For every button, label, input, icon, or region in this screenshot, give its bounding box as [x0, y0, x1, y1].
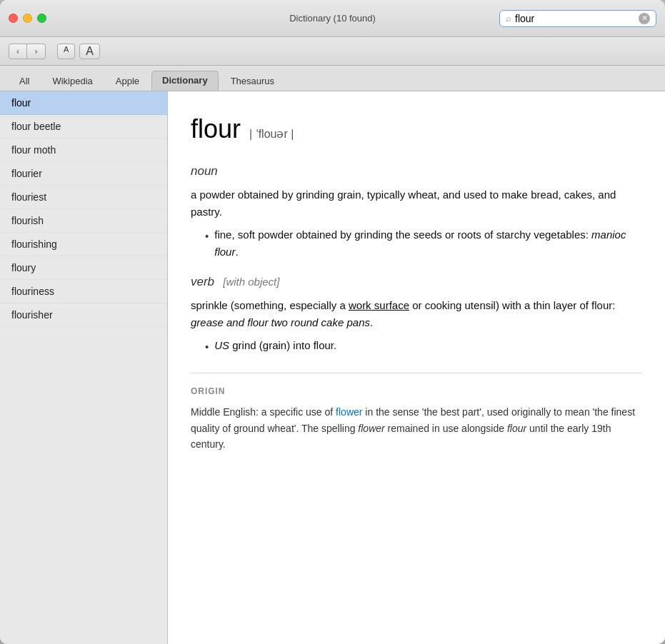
maximize-button[interactable] — [37, 14, 46, 23]
tab-apple[interactable]: Apple — [105, 71, 150, 91]
forward-button[interactable]: › — [27, 44, 46, 59]
search-box: ⌕ ✕ — [499, 10, 656, 27]
tab-all[interactable]: All — [9, 71, 40, 91]
close-button[interactable] — [9, 14, 18, 23]
noun-bullet-def-text: fine, soft powder obtained by grinding t… — [214, 228, 589, 241]
sidebar-item-flour-beetle[interactable]: flour beetle — [0, 115, 167, 139]
traffic-lights — [9, 14, 46, 23]
verb-def-link[interactable]: work surface — [349, 299, 409, 311]
main-content: flour flour beetle flour moth flourier f… — [0, 91, 665, 644]
minimize-button[interactable] — [23, 14, 32, 23]
sidebar-item-flour[interactable]: flour — [0, 91, 167, 115]
noun-pos-section: noun — [191, 161, 642, 181]
font-increase-button[interactable]: A — [79, 44, 100, 59]
sidebar-item-flouriest[interactable]: flouriest — [0, 186, 167, 209]
sidebar-item-flouriness[interactable]: flouriness — [0, 280, 167, 303]
word-header: flour | ˈflouər | — [191, 109, 642, 150]
font-decrease-button[interactable]: A — [57, 44, 75, 59]
search-icon: ⌕ — [506, 13, 511, 24]
app-window: Dictionary (10 found) ⌕ ✕ ‹ › A A All Wi… — [0, 0, 665, 644]
tabs-bar: All Wikipedia Apple Dictionary Thesaurus — [0, 66, 665, 91]
origin-label: ORIGIN — [191, 385, 642, 398]
back-button[interactable]: ‹ — [9, 44, 27, 59]
tab-wikipedia[interactable]: Wikipedia — [41, 71, 103, 91]
sidebar: flour flour beetle flour moth flourier f… — [0, 91, 168, 644]
dictionary-content: flour | ˈflouər | noun a powder obtained… — [168, 91, 665, 644]
search-clear-button[interactable]: ✕ — [639, 13, 650, 24]
forward-icon: › — [35, 46, 38, 56]
sidebar-item-flourishing[interactable]: flourishing — [0, 233, 167, 256]
verb-def-prefix: sprinkle (something, especially a — [191, 299, 346, 311]
noun-bullet-def: • fine, soft powder obtained by grinding… — [205, 226, 642, 261]
sidebar-item-flourish[interactable]: flourish — [0, 209, 167, 233]
titlebar-search: ⌕ ✕ — [499, 10, 656, 27]
back-icon: ‹ — [16, 46, 19, 56]
titlebar: Dictionary (10 found) ⌕ ✕ — [0, 0, 665, 37]
verb-pos-section: verb [with object] — [191, 272, 642, 291]
origin-text: Middle English: a specific use of flower… — [191, 404, 642, 452]
verb-bullet-icon: • — [205, 338, 209, 356]
tab-thesaurus[interactable]: Thesaurus — [220, 71, 285, 91]
tab-dictionary[interactable]: Dictionary — [151, 71, 219, 91]
font-size-controls: A A — [57, 44, 100, 59]
verb-main-def: sprinkle (something, especially a work s… — [191, 297, 642, 331]
verb-qualifier: [with object] — [223, 276, 279, 288]
bullet-icon: • — [205, 228, 209, 261]
sidebar-item-flourier[interactable]: flourier — [0, 162, 167, 186]
origin-section: ORIGIN Middle English: a specific use of… — [191, 373, 642, 452]
sidebar-item-floury[interactable]: floury — [0, 256, 167, 280]
word-pronunciation: | ˈflouər | — [249, 125, 294, 144]
verb-def-example: grease and flour two round cake pans — [191, 316, 370, 328]
noun-pos-label: noun — [191, 164, 218, 178]
sidebar-item-flour-moth[interactable]: flour moth — [0, 139, 167, 162]
verb-bullet-text: US grind (grain) into flour. — [214, 337, 336, 356]
window-title: Dictionary (10 found) — [289, 13, 376, 24]
toolbar: ‹ › A A — [0, 37, 665, 66]
word-title: flour — [191, 109, 241, 150]
origin-flower-link[interactable]: flower — [336, 406, 362, 418]
sidebar-item-flourisher[interactable]: flourisher — [0, 303, 167, 327]
noun-main-def: a powder obtained by grinding grain, typ… — [191, 186, 642, 221]
verb-bullet-def: • US grind (grain) into flour. — [205, 337, 642, 356]
noun-bullet-text: fine, soft powder obtained by grinding t… — [214, 226, 642, 261]
verb-pos-label: verb — [191, 275, 214, 288]
search-input[interactable] — [515, 13, 635, 24]
